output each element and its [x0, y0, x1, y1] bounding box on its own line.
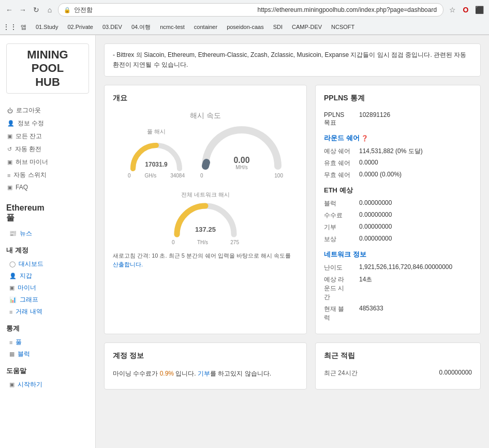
- round-share-title[interactable]: 라운드 쉐어 ❓: [324, 133, 472, 143]
- bookmark-sdi[interactable]: SDI: [269, 23, 287, 31]
- bookmark-container[interactable]: container: [190, 23, 221, 31]
- sidebar-auto-switch[interactable]: ≡ 자동 스위치: [6, 169, 89, 182]
- invalid-share-row: 무효 쉐어 0.0000 (0.00%): [324, 171, 472, 180]
- my-hash-wrapper: 0.00 MH/s: [200, 125, 283, 173]
- pplns-target-label: PPLNS목표: [324, 111, 355, 127]
- expected-share-label: 예상 쉐어: [324, 147, 355, 156]
- home-button[interactable]: ⌂: [45, 5, 55, 15]
- notice-banner: - Bittrex 의 Siacoin, Ethereum, Ethereum-…: [104, 43, 481, 77]
- valid-share-row: 유효 쉐어 0.0000: [324, 159, 472, 168]
- bookmark-camp[interactable]: CAMP-DEV: [288, 23, 326, 31]
- bookmark-private[interactable]: 02.Private: [63, 23, 97, 31]
- sidebar-hub-miner[interactable]: ▣ 허브 마이너: [6, 156, 89, 169]
- account-title: 계정 정보: [113, 351, 298, 361]
- network-hash-min: 0: [172, 240, 175, 245]
- refresh-note: 새로고침 간격: 10 초. 최근 5 분간의 쉐어 입력을 바탕으로 해시 속…: [113, 251, 298, 268]
- sidebar-all-balance[interactable]: ▣ 모든 잔고: [6, 130, 89, 143]
- network-hash-section: 전체 네트워크 해시 137.25 0 TH/s: [172, 191, 239, 245]
- stats-menu: ≡ 풀 ▦ 블럭: [8, 336, 89, 360]
- opera-icon-button[interactable]: O: [460, 4, 471, 16]
- sidebar-auto-exchange[interactable]: ↺ 자동 환전: [6, 143, 89, 156]
- account-text: 마이닝 수수료가 0.9% 입니다. 기부를 하고있지 않습니다.: [113, 369, 298, 379]
- sidebar-logout[interactable]: ⏻ 로그아웃: [6, 104, 89, 117]
- wallet-label: 지갑: [20, 272, 32, 280]
- donate-link[interactable]: 기부: [198, 370, 210, 377]
- block-label: 블럭: [324, 199, 355, 208]
- bookmark-apps-label[interactable]: 앱: [17, 22, 31, 32]
- fee-row: 수수료 0.00000000: [324, 211, 472, 220]
- pplns-card: PPLNS 통계 PPLNS목표 102891126 라운드 쉐어 ❓ 예상 쉐…: [315, 85, 481, 334]
- bookmark-study[interactable]: 01.Study: [32, 23, 62, 31]
- fee-value: 0.00000000: [359, 211, 392, 220]
- sidebar-block-stats[interactable]: ▦ 블럭: [8, 348, 89, 360]
- bookmark-ncsoft[interactable]: NCSOFT: [327, 23, 359, 31]
- my-account-menu: ◯ 대시보드 👤 지갑 ▣ 마이너 📊 그래프 ≡ 거래 내역: [8, 258, 89, 318]
- faq-label: FAQ: [16, 184, 28, 191]
- fee-highlight[interactable]: 0.9%: [160, 370, 174, 377]
- difficulty-label: 난이도: [324, 263, 355, 272]
- svg-text:0.00: 0.00: [233, 156, 249, 165]
- balance-icon: ▣: [7, 133, 12, 140]
- miner-icon: ▣: [9, 285, 14, 291]
- recent-24h-row: 최근 24시간 0.00000000: [324, 369, 472, 378]
- extensions-button[interactable]: ⬛: [473, 4, 485, 16]
- valid-share-label: 유효 쉐어: [324, 159, 355, 168]
- network-info-title[interactable]: 네트워크 정보: [324, 250, 472, 259]
- back-button[interactable]: ←: [4, 5, 14, 15]
- sidebar-wallet[interactable]: 👤 지갑: [8, 270, 89, 282]
- apps-icon[interactable]: ⋮⋮: [4, 21, 16, 33]
- reload-button[interactable]: ↻: [31, 5, 41, 15]
- recent-title: 최근 적립: [324, 351, 472, 361]
- auto-switch-label: 자동 스위치: [13, 171, 46, 180]
- sidebar-transactions[interactable]: ≡ 거래 내역: [8, 306, 89, 318]
- reward-value: 0.00000000: [359, 235, 392, 244]
- sidebar-ethereum-title: Ethereum풀: [6, 203, 89, 223]
- news-icon: 📰: [9, 230, 17, 237]
- switch-icon: ≡: [7, 172, 10, 178]
- bookmark-dev[interactable]: 03.DEV: [98, 23, 126, 31]
- pool-hash-gauge: 풀 해시 17031.9: [128, 128, 185, 178]
- sidebar-pool-stats[interactable]: ≡ 풀: [8, 336, 89, 348]
- address-bar[interactable]: 🔒 안전함 https://ethereum.miningpoolhub.com…: [58, 3, 443, 17]
- expected-share-row: 예상 쉐어 114,531,882 (0% 도달): [324, 147, 472, 156]
- sidebar-news-item[interactable]: 📰 뉴스: [8, 228, 89, 240]
- donation-value: 0.00000000: [359, 223, 392, 232]
- network-hash-wrapper: 137.25: [172, 201, 239, 240]
- pplns-target-row: PPLNS목표 102891126: [324, 111, 472, 127]
- sidebar-getting-started[interactable]: ▣ 시작하기: [8, 379, 89, 391]
- transactions-label: 거래 내역: [16, 307, 42, 316]
- exchange-icon: ↺: [7, 146, 12, 153]
- bookmark-travel[interactable]: 04.여행: [127, 22, 155, 32]
- sidebar-faq[interactable]: ▣ FAQ: [6, 182, 89, 193]
- hash-calc-link[interactable]: 산출합니다.: [113, 261, 143, 267]
- help-title: 도움말: [6, 366, 89, 376]
- transactions-icon: ≡: [9, 309, 12, 315]
- difficulty-row: 난이도 1,921,526,116,720,846.00000000: [324, 263, 472, 272]
- invalid-share-value: 0.0000 (0.00%): [359, 171, 402, 180]
- recent-card: 최근 적립 최근 24시간 0.00000000: [315, 342, 481, 390]
- bookmark-star-button[interactable]: ☆: [447, 4, 458, 16]
- valid-share-value: 0.0000: [359, 159, 378, 168]
- current-block-value: 4853633: [359, 305, 383, 322]
- logout-label: 로그아웃: [16, 106, 41, 115]
- dashboard-icon: ◯: [9, 261, 16, 267]
- network-hash-max: 275: [230, 240, 239, 245]
- sidebar-logo: MININGPOOLHUB: [6, 43, 89, 94]
- pool-hash-unit: GH/s: [144, 173, 156, 178]
- fee-label: 수수료: [324, 211, 355, 220]
- sidebar-profile[interactable]: 👤 정보 수정: [6, 117, 89, 130]
- forward-button[interactable]: →: [18, 5, 28, 15]
- graph-icon: 📊: [9, 296, 17, 303]
- svg-text:MH/s: MH/s: [235, 165, 247, 170]
- bookmark-ncmc[interactable]: ncmc-test: [156, 23, 189, 31]
- sidebar-miner[interactable]: ▣ 마이너: [8, 282, 89, 294]
- block-label: 블럭: [18, 350, 30, 359]
- profile-label: 정보 수정: [18, 119, 44, 128]
- pool-hash-wrapper: 17031.9: [128, 138, 185, 173]
- bookmark-poseidon[interactable]: poseidon-caas: [223, 23, 268, 31]
- current-block-row: 현재 블럭 4853633: [324, 305, 472, 322]
- sidebar-graph[interactable]: 📊 그래프: [8, 294, 89, 306]
- block-value: 0.00000000: [359, 199, 392, 208]
- sidebar-dashboard[interactable]: ◯ 대시보드: [8, 258, 89, 270]
- miner-label: 마이너: [18, 283, 36, 292]
